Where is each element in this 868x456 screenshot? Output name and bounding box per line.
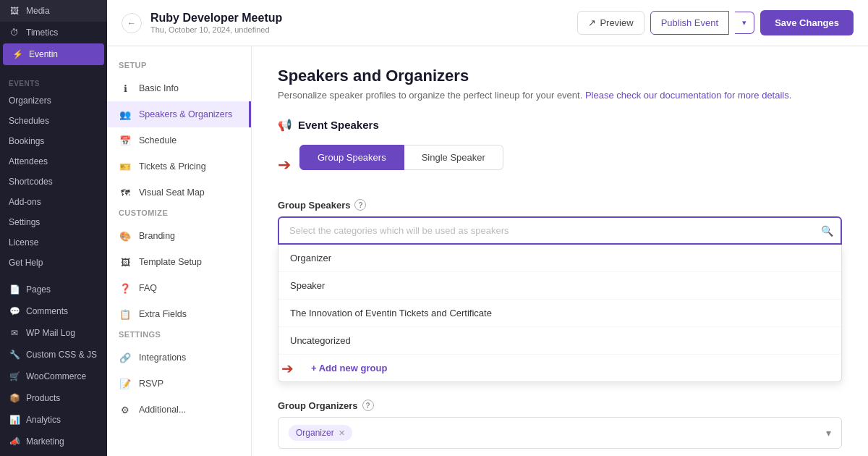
setup-item-schedule[interactable]: 📅 Schedule [107,127,251,153]
page-title: Speakers and Organizers [278,67,842,85]
save-changes-button[interactable]: Save Changes [760,10,854,35]
event-info: Ruby Developer Meetup Thu, October 10, 2… [150,12,569,34]
organizer-tag: Organizer ✕ [289,425,352,441]
group-speakers-help-icon[interactable]: ? [354,199,366,211]
group-speakers-field-label: Group Speakers ? [278,199,842,211]
sidebar-item-woocommerce[interactable]: 🛒 WooCommerce [0,366,107,387]
add-new-group-row: ➔ + Add new group [278,355,841,381]
sidebar-item-elementor[interactable]: 🔷 Elementor [0,452,107,456]
setup-item-additional[interactable]: ⚙ Additional... [107,397,251,423]
extra-fields-icon: 📋 [119,308,132,321]
page-description: Personalize speaker profiles to organize… [278,90,842,101]
schedule-icon: 📅 [119,134,132,147]
group-organizers-select[interactable]: Organizer ✕ ▾ [278,417,842,449]
select-chevron-icon: ▾ [826,427,831,439]
dropdown-list: Organizer Speaker The Innovation of Even… [278,245,842,382]
events-label: Events [0,71,107,90]
dropdown-item-uncategorized[interactable]: Uncategorized [278,327,841,355]
sidebar-item-custom-css[interactable]: 🔧 Custom CSS & JS [0,344,107,366]
timetics-icon: ⏱ [9,27,20,38]
speakers-icon: 👥 [119,108,132,121]
sidebar-item-attendees[interactable]: Attendees [0,151,107,172]
sidebar-item-license[interactable]: License [0,232,107,253]
sidebar-item-settings[interactable]: Settings [0,212,107,232]
pages-icon: 📄 [9,284,20,295]
speaker-mode-toggle: Group Speakers Single Speaker [299,145,503,170]
branding-icon: 🎨 [119,229,132,242]
topbar-actions: ↗ Preview Publish Event ▾ Save Changes [577,10,854,35]
single-speaker-button[interactable]: Single Speaker [404,145,503,170]
products-icon: 📦 [9,392,20,404]
eventin-icon: ⚡ [12,48,23,60]
setup-item-tickets-pricing[interactable]: 🎫 Tickets & Pricing [107,153,251,180]
main-area: ← Ruby Developer Meetup Thu, October 10,… [107,0,868,456]
sidebar-item-wp-mail-log[interactable]: ✉ WP Mail Log [0,322,107,344]
group-organizers-section: Group Organizers ? Organizer ✕ ▾ [278,400,842,449]
sidebar-item-comments[interactable]: 💬 Comments [0,300,107,322]
back-button[interactable]: ← [122,13,142,33]
sidebar-item-eventin[interactable]: ⚡ Eventin [3,43,104,65]
tickets-icon: 🎫 [119,160,132,173]
publish-dropdown-button[interactable]: ▾ [735,12,754,34]
arrow-add-group: ➔ [281,360,294,377]
template-icon: 🖼 [119,256,132,269]
chevron-down-icon: ▾ [742,18,746,27]
setup-label: Setup [107,58,251,75]
event-speakers-title: 📢 Event Speakers [278,118,842,132]
sidebar-item-get-help[interactable]: Get Help [0,253,107,273]
doc-link[interactable]: Please check our documentation for more … [585,90,791,101]
external-link-icon: ↗ [588,17,596,28]
event-date: Thu, October 10, 2024, undefined [150,25,569,34]
integrations-icon: 🔗 [119,351,132,364]
analytics-icon: 📊 [9,414,20,426]
sidebar-item-media[interactable]: 🖼 Media [0,0,107,22]
comments-icon: 💬 [9,305,20,317]
woo-icon: 🛒 [9,371,20,382]
add-new-group-button[interactable]: + Add new group [299,355,399,381]
setup-item-speakers-organizers[interactable]: 👥 Speakers & Organizers [107,101,251,127]
additional-icon: ⚙ [119,403,132,416]
megaphone-icon: 📢 [278,118,292,132]
mail-icon: ✉ [9,327,20,339]
publish-event-button[interactable]: Publish Event [650,11,730,35]
tag-close-icon[interactable]: ✕ [339,428,345,438]
setup-item-integrations[interactable]: 🔗 Integrations [107,345,251,371]
customize-label: Customize [107,206,251,223]
sidebar-item-add-ons[interactable]: Add-ons [0,192,107,212]
sidebar-item-products[interactable]: 📦 Products [0,387,107,409]
sidebar-item-organizers[interactable]: Organizers [0,90,107,111]
setup-item-extra-fields[interactable]: 📋 Extra Fields [107,301,251,327]
sidebar-item-shortcodes[interactable]: Shortcodes [0,172,107,192]
rsvp-icon: 📝 [119,377,132,390]
sidebar-item-analytics[interactable]: 📊 Analytics [0,409,107,431]
sidebar-item-pages[interactable]: 📄 Pages [0,279,107,300]
sidebar-item-marketing[interactable]: 📣 Marketing [0,431,107,452]
sidebar-item-bookings[interactable]: Bookings [0,131,107,151]
setup-sidebar: Setup ℹ Basic Info 👥 Speakers & Organize… [107,46,252,456]
faq-icon: ❓ [119,282,132,295]
preview-button[interactable]: ↗ Preview [577,11,644,35]
setup-item-faq[interactable]: ❓ FAQ [107,275,251,301]
setup-item-visual-seat-map[interactable]: 🗺 Visual Seat Map [107,180,251,206]
dropdown-item-innovation[interactable]: The Innovation of Eventin Tickets and Ce… [278,300,841,327]
sidebar-item-timetics[interactable]: ⏱ Timetics [0,22,107,43]
setup-item-branding[interactable]: 🎨 Branding [107,223,251,249]
content-area: Setup ℹ Basic Info 👥 Speakers & Organize… [107,46,868,456]
left-sidebar: 🖼 Media ⏱ Timetics ⚡ Eventin Events Orga… [0,0,107,456]
setup-item-rsvp[interactable]: 📝 RSVP [107,371,251,397]
group-organizers-help-icon[interactable]: ? [362,400,374,411]
marketing-icon: 📣 [9,436,20,447]
group-speakers-input[interactable] [278,216,842,245]
arrow-group-speakers: ➔ [278,156,291,174]
search-icon: 🔍 [821,225,833,237]
event-title: Ruby Developer Meetup [150,12,569,25]
basic-info-icon: ℹ [119,82,132,95]
dropdown-item-speaker[interactable]: Speaker [278,272,841,300]
dropdown-item-organizer[interactable]: Organizer [278,245,841,272]
setup-item-template-setup[interactable]: 🖼 Template Setup [107,249,251,275]
sidebar-item-schedules[interactable]: Schedules [0,111,107,131]
css-icon: 🔧 [9,349,20,360]
setup-item-basic-info[interactable]: ℹ Basic Info [107,75,251,101]
group-speakers-button[interactable]: Group Speakers [299,145,404,170]
page-content: Speakers and Organizers Personalize spea… [252,46,868,456]
